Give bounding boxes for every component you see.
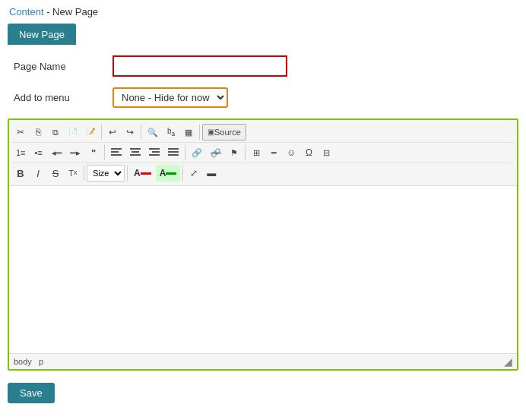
svg-rect-10 bbox=[168, 151, 179, 153]
page-name-row: Page Name bbox=[14, 55, 512, 77]
separator-3 bbox=[199, 125, 200, 140]
hr-button[interactable]: ━ bbox=[265, 144, 282, 161]
italic-button[interactable]: I bbox=[30, 165, 46, 182]
separator-8 bbox=[127, 166, 128, 181]
select-all-button[interactable]: ▦ bbox=[180, 124, 197, 141]
svg-rect-2 bbox=[111, 154, 122, 156]
maximize-button[interactable]: ⤢ bbox=[185, 165, 202, 182]
paste-button[interactable]: ⧉ bbox=[47, 124, 64, 141]
svg-rect-3 bbox=[130, 148, 141, 150]
redo-button[interactable]: ↪ bbox=[122, 124, 138, 141]
undo-button[interactable]: ↩ bbox=[104, 124, 121, 141]
bg-color-button[interactable]: A bbox=[156, 165, 181, 182]
paste-text-button[interactable]: 📄 bbox=[65, 124, 81, 141]
page-name-label: Page Name bbox=[14, 61, 112, 72]
resize-handle[interactable]: ◢ bbox=[504, 355, 512, 368]
svg-rect-4 bbox=[132, 151, 139, 153]
show-blocks-button[interactable]: ▬ bbox=[203, 165, 220, 182]
separator-6 bbox=[245, 145, 246, 160]
breadcrumb-separator: - bbox=[44, 6, 53, 17]
svg-rect-8 bbox=[149, 154, 160, 156]
link-button[interactable]: 🔗 bbox=[188, 144, 206, 161]
svg-rect-9 bbox=[168, 148, 179, 150]
align-left-button[interactable] bbox=[107, 144, 125, 161]
editor-content[interactable] bbox=[9, 186, 517, 353]
menu-select-wrapper: None - Hide for now Main Menu Footer Men… bbox=[112, 87, 228, 108]
editor-statusbar: body p ◢ bbox=[9, 353, 517, 369]
save-button[interactable]: Save bbox=[8, 383, 55, 403]
add-to-menu-row: Add to menu None - Hide for now Main Men… bbox=[14, 87, 512, 108]
special-char-button[interactable]: Ω bbox=[300, 144, 317, 161]
toolbar-row-1: ✂ ⎘ ⧉ 📄 📝 ↩ ↪ 🔍 ba ▦ ▣ Source bbox=[12, 122, 514, 142]
source-label: Source bbox=[214, 128, 241, 137]
breadcrumb: Content - New Page bbox=[0, 0, 526, 24]
separator-1 bbox=[101, 125, 102, 140]
align-justify-button[interactable] bbox=[164, 144, 182, 161]
breadcrumb-link[interactable]: Content bbox=[9, 6, 44, 17]
svg-rect-1 bbox=[111, 151, 119, 153]
add-to-menu-label: Add to menu bbox=[14, 92, 112, 103]
anchor-button[interactable]: ⚑ bbox=[226, 144, 242, 161]
svg-rect-5 bbox=[130, 154, 141, 156]
source-icon: ▣ bbox=[208, 128, 214, 136]
save-btn-area: Save bbox=[0, 378, 526, 414]
page-name-input[interactable] bbox=[112, 55, 287, 77]
smiley-button[interactable]: ☺ bbox=[283, 144, 299, 161]
unordered-list-button[interactable]: •≡ bbox=[30, 144, 47, 161]
outdent-button[interactable]: ◂═ bbox=[48, 144, 66, 161]
cut-button[interactable]: ✂ bbox=[12, 124, 29, 141]
tab-new-page[interactable]: New Page bbox=[8, 24, 76, 45]
separator-2 bbox=[141, 125, 141, 140]
unlink-button[interactable]: 🔗 bbox=[207, 144, 225, 161]
svg-rect-6 bbox=[149, 148, 160, 150]
toolbar-row-2: 1≡ •≡ ◂═ ═▸ " 🔗 🔗 ⚑ ⊞ ━ ☺ bbox=[12, 142, 514, 163]
form-area: Page Name Add to menu None - Hide for no… bbox=[0, 45, 526, 108]
align-right-button[interactable] bbox=[145, 144, 163, 161]
align-center-button[interactable] bbox=[126, 144, 144, 161]
svg-rect-0 bbox=[111, 148, 122, 150]
remove-format-button[interactable]: Tx bbox=[65, 165, 81, 182]
strikethrough-button[interactable]: S bbox=[47, 165, 64, 182]
statusbar-tags: body p bbox=[14, 357, 43, 366]
editor-toolbar: ✂ ⎘ ⧉ 📄 📝 ↩ ↪ 🔍 ba ▦ ▣ Source 1≡ •≡ ◂═ bbox=[9, 120, 517, 186]
tab-bar: New Page bbox=[0, 24, 526, 45]
indent-button[interactable]: ═▸ bbox=[66, 144, 84, 161]
toolbar-row-3: B I S Tx Size 8910 111214 182436 A A ⤢ ▬ bbox=[12, 163, 514, 183]
source-button[interactable]: ▣ Source bbox=[202, 124, 246, 141]
find-button[interactable]: 🔍 bbox=[144, 124, 162, 141]
font-size-select[interactable]: Size 8910 111214 182436 bbox=[87, 165, 125, 182]
editor-wrapper: ✂ ⎘ ⧉ 📄 📝 ↩ ↪ 🔍 ba ▦ ▣ Source 1≡ •≡ ◂═ bbox=[8, 118, 518, 371]
font-color-button[interactable]: A bbox=[130, 165, 155, 182]
menu-select[interactable]: None - Hide for now Main Menu Footer Men… bbox=[114, 89, 227, 106]
separator-4 bbox=[104, 145, 105, 160]
ordered-list-button[interactable]: 1≡ bbox=[12, 144, 30, 161]
svg-rect-11 bbox=[168, 154, 179, 156]
svg-rect-7 bbox=[152, 151, 160, 153]
table-button[interactable]: ⊞ bbox=[248, 144, 265, 161]
separator-7 bbox=[84, 166, 84, 181]
breadcrumb-current: New Page bbox=[52, 6, 98, 17]
bold-button[interactable]: B bbox=[12, 165, 29, 182]
div-button[interactable]: ⊟ bbox=[318, 144, 334, 161]
copy-button[interactable]: ⎘ bbox=[30, 124, 46, 141]
separator-5 bbox=[185, 145, 185, 160]
separator-9 bbox=[182, 166, 183, 181]
blockquote-button[interactable]: " bbox=[85, 144, 102, 161]
replace-button[interactable]: ba bbox=[163, 124, 179, 141]
paste-word-button[interactable]: 📝 bbox=[82, 124, 99, 141]
